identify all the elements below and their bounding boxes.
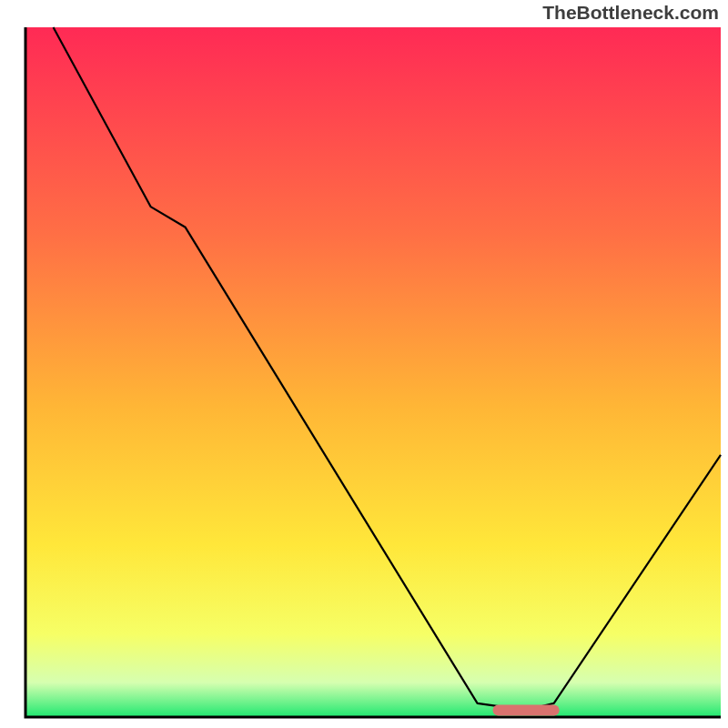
- bottleneck-chart: [0, 0, 728, 728]
- watermark-text: TheBottleneck.com: [542, 2, 719, 24]
